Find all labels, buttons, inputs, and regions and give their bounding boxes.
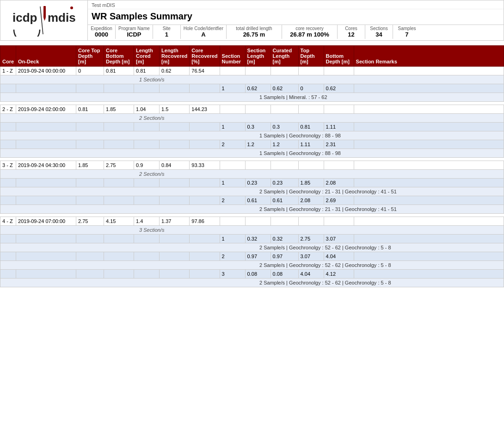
th-corerecovered: Core Recovered [%] <box>190 46 220 67</box>
table-row: 10.320.322.753.07 <box>0 235 504 243</box>
recovery-value: 26.87 m 100% <box>290 31 329 38</box>
remark-row: 2 Sample/s | Geochronolgy : 21 - 31 | Ge… <box>0 205 504 214</box>
cores-value: 12 <box>348 31 354 38</box>
meta-recovery: core recovery 26.87 m 100% <box>282 25 338 39</box>
section-count-row: 3 Section/s <box>0 226 504 235</box>
sections-label: Sections <box>370 26 387 31</box>
remark-row: 1 Sample/s | Geochronolgy : 88 - 98 <box>0 131 504 140</box>
th-coretop: Core Top Depth [m] <box>76 46 104 67</box>
table-row: 10.620.6200.62 <box>0 84 504 93</box>
table-header-row: Core On-Deck Core Top Depth [m] Core Bot… <box>0 46 504 67</box>
th-remarks: Section Remarks <box>354 46 504 67</box>
meta-samples: Samples 7 <box>393 25 421 39</box>
th-topdepth: Top Depth [m] <box>298 46 324 67</box>
meta-drilled: total drilled length 26.75 m <box>227 25 282 39</box>
meta-expedition: Expedition 0000 <box>88 25 116 39</box>
main-table: Core On-Deck Core Top Depth [m] Core Bot… <box>0 45 504 287</box>
cores-label: Cores <box>345 26 357 31</box>
svg-text:mdis: mdis <box>48 11 76 25</box>
hole-value: A <box>201 31 205 38</box>
meta-site: Site 1 <box>153 25 181 39</box>
svg-point-5 <box>70 6 73 9</box>
th-bottomdepth: Bottom Depth [m] <box>324 46 354 67</box>
remark-row: 2 Sample/s | Geochronolgy : 52 - 62 | Ge… <box>0 243 504 252</box>
th-curatedlen: Curated Length [m] <box>270 46 298 67</box>
th-ondeck: On-Deck <box>16 46 76 67</box>
drilled-value: 26.75 m <box>243 31 265 38</box>
site-label: Site <box>163 26 171 31</box>
svg-marker-3 <box>43 18 46 21</box>
table-row: 21.21.21.112.31 <box>0 140 504 149</box>
remark-row: 2 Sample/s | Geochronolgy : 52 - 62 | Ge… <box>0 261 504 270</box>
drilled-label: total drilled length <box>236 26 272 31</box>
section-count-row: 2 Section/s <box>0 170 504 179</box>
samples-value: 7 <box>405 31 408 38</box>
gap-row <box>0 158 504 161</box>
remark-row: 1 Sample/s | Geochronolgy : 88 - 98 <box>0 149 504 158</box>
recovery-label: core recovery <box>295 26 324 31</box>
meta-program: Program Name ICDP <box>116 25 153 39</box>
meta-hole: Hole Code/Identfier A <box>181 25 227 39</box>
svg-rect-2 <box>43 6 46 18</box>
samples-label: Samples <box>398 26 416 31</box>
th-corebottom: Core Bottom Depth [m] <box>104 46 134 67</box>
table-row: 20.610.612.082.69 <box>0 196 504 205</box>
section-count-row: 1 Section/s <box>0 75 504 84</box>
table-row: 10.30.30.811.11 <box>0 123 504 131</box>
program-label: Program Name <box>118 26 150 31</box>
header: icdp mdis Test mDIS WR Samples Summary E… <box>0 0 504 41</box>
sections-value: 34 <box>375 31 382 38</box>
table-row: 1 - Z2019-09-24 00:00:0000.810.810.6276.… <box>0 67 504 75</box>
th-sectionlen: Section Length [m] <box>245 46 270 67</box>
svg-text:icdp: icdp <box>12 11 37 25</box>
table-row: 10.230.231.852.08 <box>0 179 504 187</box>
gap-row <box>0 102 504 105</box>
logo-icon: icdp mdis <box>12 4 76 37</box>
expedition-value: 0000 <box>95 31 108 38</box>
title-area: Test mDIS WR Samples Summary Expedition … <box>88 0 504 41</box>
page-title: WR Samples Summary <box>88 9 504 25</box>
th-core: Core <box>0 46 16 67</box>
hole-label: Hole Code/Identfier <box>184 26 223 31</box>
remark-row: 1 Sample/s | Mineral. : 57 - 62 <box>0 93 504 102</box>
gap-row <box>0 214 504 217</box>
table-row: 4 - Z2019-09-24 07:00:002.754.151.41.379… <box>0 217 504 226</box>
th-lengthcored: Length Cored [m] <box>134 46 160 67</box>
meta-row: Expedition 0000 Program Name ICDP Site 1… <box>88 25 504 39</box>
program-value: ICDP <box>127 31 141 38</box>
th-sectionnum: Section Number <box>220 46 245 67</box>
remark-row: 2 Sample/s | Geochronolgy : 52 - 62 | Ge… <box>0 279 504 287</box>
svg-line-1 <box>40 6 43 34</box>
meta-sections: Sections 34 <box>365 25 393 39</box>
table-row: 30.080.084.044.12 <box>0 270 504 279</box>
th-lengthrecovered: Length Recovered [m] <box>160 46 190 67</box>
logo-area: icdp mdis <box>0 0 88 41</box>
expedition-label: Expedition <box>91 26 112 31</box>
site-value: 1 <box>165 31 168 38</box>
remark-row: 2 Sample/s | Geochronolgy : 21 - 31 | Ge… <box>0 187 504 196</box>
section-count-row: 2 Section/s <box>0 114 504 123</box>
app-name: Test mDIS <box>88 0 504 9</box>
meta-cores: Cores 12 <box>338 25 365 39</box>
table-row: 3 - Z2019-09-24 04:30:001.852.750.90.849… <box>0 161 504 170</box>
table-row: 2 - Z2019-09-24 02:00:000.811.851.041.51… <box>0 105 504 114</box>
table-row: 20.970.973.074.04 <box>0 252 504 261</box>
